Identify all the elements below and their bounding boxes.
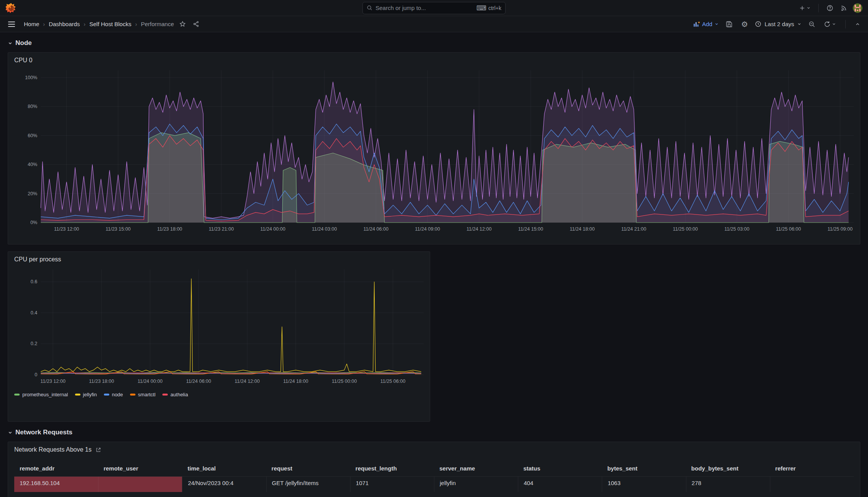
- refresh-icon: [824, 21, 831, 28]
- refresh-button[interactable]: [822, 19, 838, 29]
- svg-text:11/25 00:00: 11/25 00:00: [673, 226, 698, 232]
- plus-icon: [799, 5, 805, 11]
- grafana-logo-icon: [6, 3, 17, 13]
- menu-toggle-button[interactable]: [6, 20, 17, 29]
- svg-text:11/25 03:00: 11/25 03:00: [724, 226, 749, 232]
- cell-body-bytes-sent: 278: [686, 477, 770, 492]
- panel-cpu-per-process-title[interactable]: CPU per process: [14, 256, 61, 263]
- add-panel-button[interactable]: Add: [693, 21, 719, 27]
- clock-icon: [755, 21, 761, 27]
- user-avatar[interactable]: [853, 3, 863, 13]
- cpu0-chart[interactable]: 0%20%40%60%80%100%11/23 12:0011/23 15:00…: [8, 66, 860, 236]
- column-header-bytes-sent[interactable]: bytes_sent: [602, 465, 686, 472]
- svg-text:0.4: 0.4: [31, 310, 37, 316]
- cell-remote-addr: 192.168.50.104: [14, 477, 98, 492]
- grafana-logo[interactable]: [5, 2, 17, 14]
- share-button[interactable]: [191, 19, 201, 29]
- chevron-down-icon: [8, 430, 13, 435]
- chevron-down-icon: [806, 6, 811, 10]
- search-input[interactable]: Search or jump to... ⌨ ctrl+k: [362, 2, 506, 14]
- legend-swatch: [75, 394, 80, 396]
- column-header-remote-addr[interactable]: remote_addr: [14, 465, 98, 472]
- legend-item-authelia[interactable]: authelia: [162, 392, 188, 397]
- share-icon: [193, 21, 199, 27]
- svg-text:20%: 20%: [28, 191, 37, 196]
- cell-server-name: jellyfin: [434, 477, 518, 492]
- svg-text:0: 0: [35, 372, 37, 377]
- legend-item-node[interactable]: node: [104, 392, 123, 397]
- legend-item-smartctl[interactable]: smartctl: [130, 392, 156, 397]
- svg-text:11/23 18:00: 11/23 18:00: [157, 226, 182, 232]
- time-range-picker[interactable]: Last 2 days: [755, 21, 801, 27]
- panel-cpu0-title[interactable]: CPU 0: [14, 57, 32, 64]
- table-row[interactable]: 192.168.50.104 24/Nov/2023 00:4 GET /jel…: [14, 477, 854, 492]
- cell-request: GET /jellyfin/Items: [266, 477, 350, 492]
- svg-text:11/24 09:00: 11/24 09:00: [415, 226, 440, 232]
- breadcrumb-separator: ›: [84, 21, 86, 27]
- cell-bytes-sent: 1063: [602, 477, 686, 492]
- rss-icon: [840, 5, 847, 12]
- column-header-request[interactable]: request: [266, 465, 350, 472]
- save-dashboard-button[interactable]: [724, 19, 734, 29]
- new-menu-button[interactable]: [798, 3, 812, 13]
- keyboard-icon: ⌨: [476, 5, 486, 12]
- chevron-down-icon: [832, 22, 836, 26]
- top-nav-bar: Search or jump to... ⌨ ctrl+k: [0, 0, 868, 16]
- gear-icon: ⚙: [741, 20, 748, 28]
- help-button[interactable]: [825, 3, 835, 13]
- legend-item-jellyfin[interactable]: jellyfin: [75, 392, 97, 397]
- row-node-title: Node: [15, 39, 32, 47]
- panel-network-requests: Network Requests Above 1s remote_addr re…: [8, 442, 860, 497]
- svg-text:11/24 18:00: 11/24 18:00: [283, 379, 308, 384]
- chevron-down-icon: [797, 22, 801, 26]
- column-header-body-bytes-sent[interactable]: body_bytes_sent: [686, 465, 770, 472]
- legend-swatch: [14, 394, 20, 396]
- cell-referrer: [770, 477, 854, 492]
- cell-status: 404: [518, 477, 602, 492]
- external-link-icon[interactable]: [95, 447, 101, 453]
- breadcrumb-separator: ›: [135, 21, 137, 27]
- table-header-row: remote_addr remote_user time_local reque…: [14, 455, 854, 477]
- chevron-up-icon: [855, 22, 860, 27]
- shortcut-hint: ⌨ ctrl+k: [476, 5, 501, 12]
- svg-text:11/25 09:00: 11/25 09:00: [828, 226, 853, 232]
- svg-text:11/23 15:00: 11/23 15:00: [105, 226, 130, 232]
- divider: [818, 4, 819, 12]
- collapse-toolbar-button[interactable]: [853, 20, 862, 28]
- svg-text:0%: 0%: [30, 220, 37, 225]
- row-network-requests[interactable]: Network Requests: [8, 429, 860, 436]
- zoom-out-button[interactable]: [807, 19, 817, 29]
- search-placeholder: Search or jump to...: [376, 5, 473, 11]
- svg-text:11/23 18:00: 11/23 18:00: [89, 379, 114, 384]
- breadcrumb-dashboards[interactable]: Dashboards: [49, 21, 80, 27]
- chevron-down-icon: [714, 22, 719, 26]
- divider: [845, 20, 846, 28]
- column-header-request-length[interactable]: request_length: [350, 465, 434, 472]
- panel-cpu-per-process: CPU per process 00.20.40.611/23 12:0011/…: [8, 251, 430, 422]
- column-header-status[interactable]: status: [518, 465, 602, 472]
- legend-item-prometheus_internal[interactable]: prometheus_internal: [14, 392, 68, 397]
- legend-swatch: [162, 394, 168, 396]
- chevron-down-icon: [8, 41, 13, 46]
- breadcrumb: Home › Dashboards › Self Host Blocks › P…: [24, 21, 174, 27]
- cpu-per-process-legend: prometheus_internaljellyfinnodesmartctla…: [8, 389, 430, 401]
- avatar-image: [853, 3, 862, 13]
- panel-network-requests-title[interactable]: Network Requests Above 1s: [14, 446, 92, 453]
- favorite-button[interactable]: [178, 19, 187, 29]
- dashboard-settings-button[interactable]: ⚙: [739, 19, 749, 30]
- svg-text:80%: 80%: [28, 104, 37, 109]
- svg-text:100%: 100%: [25, 75, 37, 80]
- cpu-per-process-chart[interactable]: 00.20.40.611/23 12:0011/23 18:0011/24 00…: [8, 265, 430, 388]
- column-header-server-name[interactable]: server_name: [434, 465, 518, 472]
- row-node[interactable]: Node: [8, 39, 860, 47]
- help-icon: [826, 5, 833, 12]
- news-button[interactable]: [839, 3, 849, 13]
- column-header-remote-user[interactable]: remote_user: [98, 465, 182, 472]
- cell-time-local: 24/Nov/2023 00:4: [182, 477, 266, 492]
- column-header-referrer[interactable]: referrer: [770, 465, 854, 472]
- svg-text:11/24 18:00: 11/24 18:00: [570, 226, 595, 232]
- row-network-requests-title: Network Requests: [15, 429, 72, 436]
- breadcrumb-home[interactable]: Home: [24, 21, 39, 27]
- breadcrumb-folder[interactable]: Self Host Blocks: [89, 21, 131, 27]
- column-header-time-local[interactable]: time_local: [182, 465, 266, 472]
